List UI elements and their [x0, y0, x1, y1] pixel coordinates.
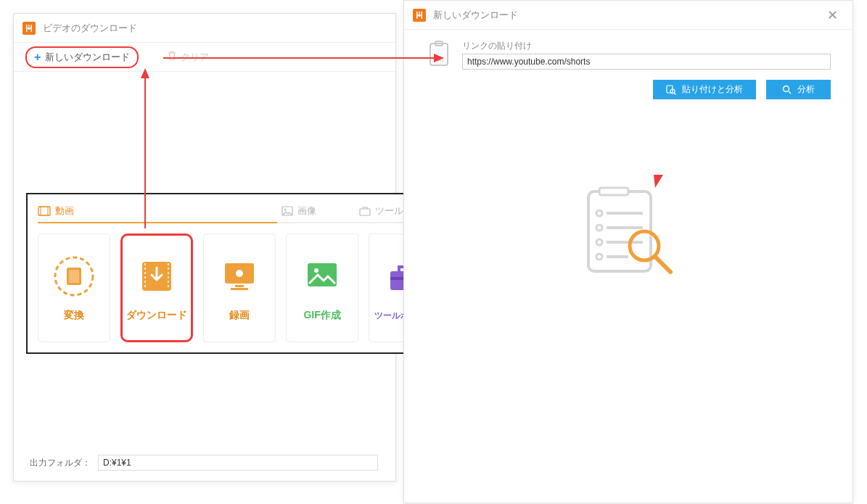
- tool-gif[interactable]: GIF作成: [286, 234, 358, 342]
- svg-rect-4: [360, 209, 370, 215]
- tool-gif-label: GIF作成: [303, 309, 340, 322]
- svg-line-35: [655, 257, 670, 272]
- window-title: ビデオのダウンロード: [43, 22, 137, 35]
- tab-video[interactable]: 動画: [38, 205, 270, 222]
- svg-text:URL: URL: [433, 57, 445, 63]
- svg-rect-12: [231, 288, 248, 290]
- svg-rect-11: [235, 285, 244, 287]
- new-download-label: 新しいダウンロード: [45, 51, 130, 64]
- url-input[interactable]: [462, 54, 831, 70]
- tab-video-label: 動画: [55, 205, 74, 218]
- close-button[interactable]: ✕: [821, 4, 844, 27]
- film-icon: [38, 206, 51, 216]
- toolbar: + 新しいダウンロード クリア: [14, 43, 395, 72]
- svg-rect-25: [599, 188, 628, 195]
- svg-point-32: [596, 254, 602, 260]
- tool-record[interactable]: 録画: [203, 234, 276, 342]
- clear-button[interactable]: クリア: [168, 51, 209, 64]
- clipboard-url-icon: URL: [426, 40, 453, 67]
- tab-image[interactable]: 画像: [282, 205, 340, 222]
- paste-label: リンクの貼り付け: [462, 40, 831, 52]
- output-folder-row: 出力フォルダ：: [30, 455, 378, 471]
- search-icon: [782, 85, 792, 94]
- tool-download-label: ダウンロード: [126, 309, 187, 322]
- tab-image-label: 画像: [297, 205, 316, 218]
- paste-area: URL リンクの貼り付け 貼り付けと分析 分析: [404, 30, 852, 110]
- close-icon: ✕: [827, 7, 838, 23]
- output-folder-input[interactable]: [98, 455, 378, 471]
- svg-point-14: [314, 268, 319, 273]
- svg-point-10: [236, 270, 243, 277]
- gif-icon: [300, 254, 345, 299]
- image-icon: [282, 206, 293, 216]
- svg-rect-1: [38, 207, 50, 215]
- titlebar-left: ビデオのダウンロード: [14, 14, 395, 43]
- download-icon: [134, 254, 179, 299]
- svg-rect-13: [308, 263, 337, 286]
- svg-point-26: [596, 210, 602, 216]
- svg-point-23: [784, 86, 789, 92]
- app-icon: [413, 9, 426, 22]
- svg-point-3: [284, 209, 287, 211]
- analyze-button[interactable]: 分析: [766, 80, 831, 99]
- tools-grid: 変換 ダウンロード 録画 GIF作成 ツールボックス: [38, 234, 441, 342]
- clear-label: クリア: [181, 51, 209, 64]
- trash-icon: [168, 51, 176, 63]
- tab-underline: [38, 222, 441, 223]
- analyze-label: 分析: [797, 83, 815, 96]
- svg-rect-7: [69, 270, 79, 283]
- tool-convert-label: 変換: [64, 309, 84, 322]
- tool-record-label: 録画: [229, 309, 250, 322]
- titlebar-right: 新しいダウンロード ✕: [404, 1, 852, 30]
- convert-icon: [52, 254, 96, 299]
- plus-icon: +: [34, 51, 41, 63]
- empty-state-illustration: [578, 173, 679, 289]
- tool-panel: 動画 画像 ツールボックス 変換 ダウンロード 録画: [26, 193, 453, 354]
- record-icon: [217, 254, 262, 299]
- tabs-row: 動画 画像 ツールボックス: [38, 205, 441, 222]
- svg-point-28: [596, 225, 602, 231]
- paste-search-icon: [666, 85, 676, 95]
- output-folder-label: 出力フォルダ：: [30, 457, 91, 469]
- svg-point-30: [596, 239, 602, 245]
- new-download-button[interactable]: + 新しいダウンロード: [25, 46, 139, 68]
- paste-analyze-button[interactable]: 貼り付けと分析: [653, 80, 756, 99]
- toolbox-icon: [359, 206, 371, 216]
- dialog-title: 新しいダウンロード: [433, 9, 518, 22]
- tool-download[interactable]: ダウンロード: [120, 234, 193, 342]
- app-icon: [22, 22, 36, 35]
- paste-analyze-label: 貼り付けと分析: [682, 83, 743, 96]
- tool-convert[interactable]: 変換: [38, 234, 110, 342]
- new-download-dialog: 新しいダウンロード ✕ URL リンクの貼り付け 貼り付けと分析 分析: [403, 0, 853, 503]
